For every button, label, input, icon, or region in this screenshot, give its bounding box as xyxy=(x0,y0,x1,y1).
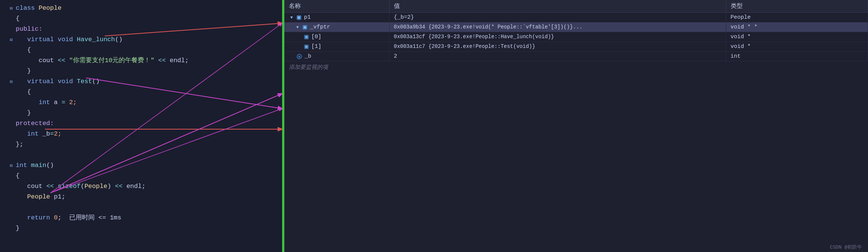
col-name: 名称 xyxy=(284,0,389,13)
row-value-0: 0x003a13cf {2023-9-23.exe!People::Have_l… xyxy=(389,32,726,42)
svg-rect-13 xyxy=(305,46,308,48)
code-text-1: class People xyxy=(14,3,284,13)
code-line-3: public: xyxy=(0,24,284,34)
code-line-16: ⊟ int main() xyxy=(0,160,284,171)
row-name-cell: ▼ _vfptr xyxy=(284,22,389,32)
code-line-2: { xyxy=(0,13,284,24)
row-type-b: int xyxy=(726,52,868,61)
code-text-12: protected: xyxy=(14,118,284,129)
code-line-20 xyxy=(0,202,284,213)
star-icon-b xyxy=(296,54,302,60)
table-row[interactable]: [0] 0x003a13cf {2023-9-23.exe!People::Ha… xyxy=(284,32,868,42)
code-text-10: int a = 2; xyxy=(14,97,284,108)
var-name-0: [0] xyxy=(311,34,321,40)
code-line-10: int a = 2; xyxy=(0,97,284,108)
code-line-15 xyxy=(0,150,284,160)
code-line-5: { xyxy=(0,45,284,55)
code-text-4: virtual void Have_lunch() xyxy=(14,34,284,45)
cube-icon-vfptr xyxy=(302,24,308,30)
code-text-19: People p1; xyxy=(14,192,284,202)
col-type: 类型 xyxy=(726,0,868,13)
collapse-16[interactable]: ⊟ xyxy=(8,161,14,171)
collapse-4[interactable]: ⊟ xyxy=(8,35,14,45)
debug-table: 名称 值 类型 ▼ p1 {_b=2} xyxy=(284,0,868,61)
code-text-2: { xyxy=(14,13,284,24)
cube-icon-1 xyxy=(304,44,309,49)
table-row[interactable]: _b 2 int xyxy=(284,52,868,61)
row-type-vfptr: void * * xyxy=(726,22,868,32)
code-text-11: } xyxy=(14,108,284,118)
row-value-b: 2 xyxy=(389,52,726,61)
code-line-17: { xyxy=(0,171,284,181)
debug-panel: 名称 值 类型 ▼ p1 {_b=2} xyxy=(284,0,868,252)
col-value: 值 xyxy=(389,0,726,13)
code-text-14: }; xyxy=(14,139,284,150)
code-line-4: ⊟ virtual void Have_lunch() xyxy=(0,34,284,45)
code-text-22: } xyxy=(14,223,284,234)
row-name-cell: [1] xyxy=(284,42,389,52)
var-name-1: [1] xyxy=(311,43,321,50)
code-text-3: public: xyxy=(14,24,284,34)
code-text-7: } xyxy=(14,66,284,76)
code-text-21: return 0; 已用时间 <= 1ms xyxy=(14,213,284,223)
code-line-14: }; xyxy=(0,139,284,150)
code-text-18: cout << sizeof(People) << endl; xyxy=(14,181,284,192)
row-type-p1: People xyxy=(726,13,868,22)
row-value-p1: {_b=2} xyxy=(389,13,726,22)
code-line-22: } xyxy=(0,223,284,234)
code-panel: ⊟ class People { public: ⊟ virtual void … xyxy=(0,0,284,252)
cube-icon-p1 xyxy=(296,15,302,21)
code-line-18: cout << sizeof(People) << endl; xyxy=(0,181,284,192)
svg-rect-7 xyxy=(298,16,300,19)
code-content: ⊟ class People { public: ⊟ virtual void … xyxy=(0,0,284,237)
debug-table-header: 名称 值 类型 xyxy=(284,0,868,13)
footer-credit: CSDN @初阶牛 xyxy=(830,244,862,251)
code-line-1: ⊟ class People xyxy=(0,3,284,13)
row-type-1: void * xyxy=(726,42,868,52)
code-text-5: { xyxy=(14,45,284,55)
code-text-16: int main() xyxy=(14,160,284,171)
code-line-8: ⊟ virtual void Test() xyxy=(0,76,284,87)
collapse-1[interactable]: ⊟ xyxy=(8,3,14,14)
row-value-vfptr: 0x003a9b34 {2023-9-23.exe!void(* People:… xyxy=(389,22,726,32)
expand-arrow-vfptr[interactable]: ▼ xyxy=(296,25,299,30)
code-line-9: { xyxy=(0,87,284,97)
table-row[interactable]: ▼ _vfptr 0x003a9b34 {2023-9-23.exe!void(… xyxy=(284,22,868,32)
code-line-6: cout << "你需要支付10元的午餐费！" << endl; xyxy=(0,55,284,66)
code-line-11: } xyxy=(0,108,284,118)
row-name-cell: _b xyxy=(284,52,389,61)
collapse-8[interactable]: ⊟ xyxy=(8,77,14,87)
code-text-8: virtual void Test() xyxy=(14,76,284,87)
var-name-vfptr: _vfptr xyxy=(310,24,330,30)
cube-icon-0 xyxy=(304,34,309,40)
green-bar xyxy=(282,0,284,252)
code-line-12: protected: xyxy=(0,118,284,129)
row-type-0: void * xyxy=(726,32,868,42)
code-text-6: cout << "你需要支付10元的午餐费！" << endl; xyxy=(14,55,284,66)
svg-rect-11 xyxy=(305,36,308,38)
add-watch-row[interactable]: 添加要监视的项 xyxy=(284,61,868,73)
code-line-21: return 0; 已用时间 <= 1ms xyxy=(0,213,284,223)
row-name-cell: [0] xyxy=(284,32,389,42)
code-text-9: { xyxy=(14,87,284,97)
code-line-7: } xyxy=(0,66,284,76)
code-text-17: { xyxy=(14,171,284,181)
row-name-cell: ▼ p1 xyxy=(284,13,389,22)
table-row[interactable]: ▼ p1 {_b=2} People xyxy=(284,13,868,22)
var-name-b: _b xyxy=(305,53,311,60)
code-text-13: int _b=2; xyxy=(14,129,284,139)
code-line-19: People p1; xyxy=(0,192,284,202)
table-row[interactable]: [1] 0x003a11c7 {2023-9-23.exe!People::Te… xyxy=(284,42,868,52)
row-value-1: 0x003a11c7 {2023-9-23.exe!People::Test(v… xyxy=(389,42,726,52)
expand-arrow-p1[interactable]: ▼ xyxy=(290,15,293,20)
var-name-p1: p1 xyxy=(304,14,311,21)
svg-rect-9 xyxy=(304,26,306,28)
code-line-13: int _b=2; xyxy=(0,129,284,139)
